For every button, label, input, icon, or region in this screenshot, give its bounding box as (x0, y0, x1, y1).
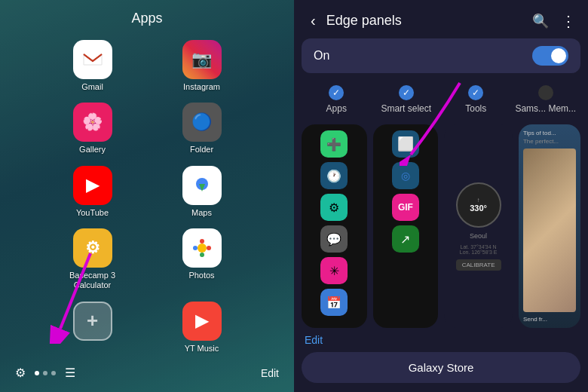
app-label-youtube: YouTube (76, 208, 109, 218)
check-smart-select: ✓ (399, 85, 414, 100)
app-item-maps[interactable]: Maps (155, 166, 249, 218)
app-icon-gmail (73, 40, 112, 79)
app-label-ytmusic: YT Music (185, 344, 219, 354)
svg-point-3 (198, 243, 207, 253)
mem-subtitle-text: The perfect... (523, 137, 576, 145)
more-icon[interactable]: ⋮ (561, 12, 576, 30)
samsung-mem-inner: Tips of tod... The perfect... Send fr... (519, 124, 580, 328)
preview-icon-share: ↗ (392, 225, 419, 253)
compass-circle: ↑ 330° (456, 182, 501, 228)
mem-title-text: Tips of tod... (523, 129, 576, 137)
svg-rect-0 (82, 51, 103, 68)
toggle-label: On (314, 49, 329, 63)
apps-title: Apps (0, 0, 294, 34)
app-item-ytmusic[interactable]: ▶ YT Music (155, 302, 249, 354)
right-bottom: Edit Galaxy Store (294, 328, 588, 392)
bottom-bar-left: ⚙ ☰ (15, 366, 75, 380)
svg-point-6 (193, 246, 198, 250)
panel-choices: ✓ Apps ✓ Smart select ✓ Tools Sams... Me… (294, 81, 588, 118)
panel-choice-label-smart-select: Smart select (381, 103, 431, 114)
app-icon-instagram: 📷 (182, 40, 222, 79)
app-label-maps: Maps (191, 208, 212, 218)
panel-choice-label-samsung-mem: Sams... Mem... (515, 103, 576, 114)
preview-icon-message: 💬 (320, 225, 348, 253)
compass-location: Seoul (470, 232, 487, 240)
settings-icon[interactable]: ⚙ (15, 366, 26, 380)
calibrate-button[interactable]: CALIBRATE (456, 259, 501, 271)
panel-choice-label-tools: Tools (465, 103, 486, 114)
app-item-gallery[interactable]: 🌸 Gallery (45, 103, 139, 155)
edit-button-left[interactable]: Edit (261, 367, 279, 379)
check-tools: ✓ (468, 85, 483, 100)
svg-point-5 (200, 253, 204, 257)
panel-choice-tools[interactable]: ✓ Tools (441, 81, 511, 118)
preview-icon-settings: ⚙ (320, 194, 348, 221)
search-icon[interactable]: 🔍 (532, 13, 549, 29)
app-icon-folder: 🔵 (182, 103, 222, 142)
app-label-instagram: Instagram (183, 82, 220, 92)
preview-icon-calendar: 📅 (320, 289, 348, 316)
panel-preview-tools[interactable]: ↑ 330° Seoul Lat. 37°34'34 NLon. 126°58'… (444, 124, 513, 328)
app-label-photos: Photos (188, 271, 214, 280)
panel-preview-samsung-mem[interactable]: Tips of tod... The perfect... Send fr... (519, 124, 580, 328)
bottom-bar: ⚙ ☰ Edit (0, 360, 294, 392)
app-icon-gallery: 🌸 (73, 103, 112, 142)
edit-link[interactable]: Edit (302, 334, 580, 346)
right-header: ‹ Edge panels 🔍 ⋮ (294, 0, 588, 38)
list-icon[interactable]: ☰ (65, 366, 75, 380)
preview-icon-clock: 🕐 (320, 162, 348, 189)
app-icon-youtube: ▶ (73, 166, 112, 205)
mem-image (523, 149, 576, 311)
header-title: Edge panels (326, 13, 526, 29)
svg-point-7 (207, 246, 211, 250)
compass-degrees: 330° (470, 204, 487, 213)
apps-grid: Gmail 📷 Instagram 🌸 Gallery 🔵 Folder ▶ Y… (0, 34, 294, 360)
app-icon-maps (182, 166, 222, 205)
panel-preview-smart-select[interactable]: ⬜ ◎ GIF ↗ (373, 124, 439, 328)
app-label-gallery: Gallery (79, 145, 106, 155)
panel-choice-smart-select[interactable]: ✓ Smart select (372, 81, 442, 118)
right-panel: ‹ Edge panels 🔍 ⋮ On ✓ Apps ✓ Smart sele… (294, 0, 588, 392)
panel-preview-apps[interactable]: ➕ 🕐 ⚙ 💬 ✳ 📅 (302, 124, 367, 328)
mem-bottom-text: Send fr... (523, 315, 576, 323)
left-panel: Apps Gmail 📷 Instagram 🌸 Gallery 🔵 Folde… (0, 0, 294, 392)
arrow-annotation-left (45, 246, 106, 347)
app-item-gmail[interactable]: Gmail (45, 40, 139, 92)
dot-inactive-2 (51, 371, 56, 375)
preview-icon-rectangle: ⬜ (392, 130, 419, 158)
check-apps: ✓ (329, 85, 344, 100)
app-icon-photos (182, 228, 222, 268)
preview-icon-gif: GIF (392, 194, 419, 221)
app-label-folder: Folder (190, 145, 213, 155)
toggle-row: On (302, 38, 580, 73)
svg-point-4 (200, 239, 204, 243)
preview-icon-lasso: ◎ (392, 162, 419, 189)
panel-choice-apps[interactable]: ✓ Apps (302, 81, 372, 118)
panel-previews: ➕ 🕐 ⚙ 💬 ✳ 📅 ⬜ ◎ GIF ↗ ↑ 330° Seoul Lat. … (294, 124, 588, 328)
toggle-switch[interactable] (532, 46, 568, 66)
app-item-folder[interactable]: 🔵 Folder (155, 103, 249, 155)
preview-icon-asterisk: ✳ (320, 257, 348, 284)
dot-active (35, 371, 39, 375)
app-item-photos[interactable]: Photos (155, 228, 249, 291)
check-samsung-mem (538, 85, 553, 100)
dot-inactive-1 (43, 371, 47, 375)
galaxy-store-button[interactable]: Galaxy Store (302, 352, 580, 383)
panel-choice-samsung-mem[interactable]: Sams... Mem... (511, 81, 581, 118)
app-icon-ytmusic: ▶ (182, 302, 222, 341)
panel-choice-label-apps: Apps (326, 103, 347, 114)
compass-coords: Lat. 37°34'34 NLon. 126°58'3 E (460, 244, 498, 255)
app-item-instagram[interactable]: 📷 Instagram (155, 40, 249, 92)
preview-icon-plus: ➕ (320, 130, 348, 158)
app-item-youtube[interactable]: ▶ YouTube (45, 166, 139, 218)
app-label-gmail: Gmail (81, 82, 103, 92)
compass-needle: ↑ (477, 197, 480, 204)
back-button[interactable]: ‹ (306, 11, 320, 31)
dot-indicator (35, 371, 56, 375)
